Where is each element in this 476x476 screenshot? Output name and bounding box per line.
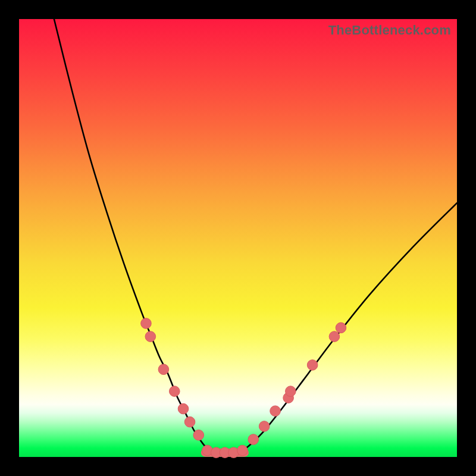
marker-floor-5	[237, 445, 248, 456]
curve-layer	[19, 19, 457, 457]
marker-left-4	[169, 386, 180, 397]
marker-right-3	[270, 406, 281, 416]
marker-left-7	[193, 430, 204, 440]
marker-right-8	[336, 322, 346, 333]
marker-left-3	[158, 364, 169, 375]
marker-group	[141, 318, 346, 458]
marker-right-6	[307, 360, 318, 371]
bottleneck-curve	[54, 19, 457, 453]
plot-area: TheBottleneck.com	[19, 19, 457, 457]
marker-left-6	[184, 416, 195, 427]
marker-left-5	[178, 403, 189, 414]
marker-right-1	[248, 434, 259, 445]
marker-right-5	[286, 386, 296, 397]
marker-left-1	[141, 318, 152, 329]
marker-right-7	[329, 331, 340, 342]
marker-left-2	[145, 331, 156, 342]
marker-right-2	[259, 421, 270, 432]
chart-frame: TheBottleneck.com	[0, 0, 476, 476]
